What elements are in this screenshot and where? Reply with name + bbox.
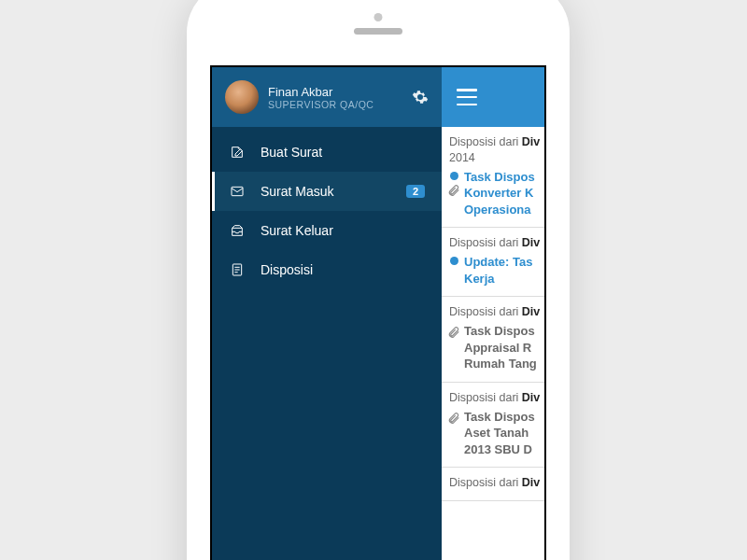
item-title: Task Dispos Appraisal R Rumah Tang [464, 323, 537, 372]
phone-camera [374, 13, 383, 21]
attachment-icon [447, 184, 460, 197]
item-title: Update: Tas Kerja [464, 254, 532, 287]
compose-icon [229, 144, 246, 161]
hamburger-icon [457, 89, 477, 91]
user-info: Finan Akbar SUPERVISOR QA/QC [268, 85, 402, 110]
menu-button[interactable] [457, 89, 477, 105]
document-icon [229, 261, 246, 278]
message-list[interactable]: Disposisi dari Div 2014 Task Dispos Konv… [442, 127, 546, 560]
svg-rect-0 [232, 187, 243, 195]
drawer-header: Finan Akbar SUPERVISOR QA/QC [212, 67, 442, 127]
item-marker [449, 169, 458, 197]
unread-dot-icon [450, 172, 458, 180]
item-date: 2014 [449, 150, 540, 166]
avatar[interactable] [225, 80, 259, 114]
attachment-icon [447, 412, 460, 425]
phone-speaker [354, 28, 402, 35]
drawer-menu: Buat Surat Surat Masuk 2 Surat Keluar [212, 127, 442, 289]
list-item[interactable]: Disposisi dari Div 2014 Task Dispos Konv… [442, 127, 546, 228]
list-item[interactable]: Disposisi dari Div Task Dispos Aset Tana… [442, 383, 546, 469]
topbar [442, 67, 546, 127]
attachment-icon [447, 326, 460, 339]
user-role: SUPERVISOR QA/QC [268, 99, 402, 110]
menu-label: Surat Masuk [261, 184, 391, 199]
item-title: Task Dispos Aset Tanah 2013 SBU D [464, 409, 535, 458]
menu-item-disposisi[interactable]: Disposisi [212, 250, 442, 289]
gear-icon [412, 89, 429, 105]
item-from: Disposisi dari Div [449, 390, 540, 406]
item-from: Disposisi dari Div [449, 304, 540, 320]
menu-label: Surat Keluar [261, 223, 425, 238]
item-from: Disposisi dari Div [449, 134, 540, 150]
user-name: Finan Akbar [268, 85, 402, 99]
menu-label: Buat Surat [261, 145, 425, 160]
menu-item-surat-masuk[interactable]: Surat Masuk 2 [212, 172, 442, 211]
navigation-drawer: Finan Akbar SUPERVISOR QA/QC Buat Surat [212, 67, 442, 560]
list-item[interactable]: Disposisi dari Div Update: Tas Kerja [442, 228, 546, 297]
item-marker [449, 254, 458, 265]
item-from: Disposisi dari Div [449, 475, 540, 491]
outbox-icon [229, 222, 246, 239]
main-panel: Disposisi dari Div 2014 Task Dispos Konv… [442, 67, 546, 560]
item-title: Task Dispos Konverter K Operasiona [464, 169, 535, 218]
item-marker [449, 409, 458, 425]
menu-item-buat-surat[interactable]: Buat Surat [212, 133, 442, 172]
item-from: Disposisi dari Div [449, 235, 540, 251]
settings-button[interactable] [412, 89, 429, 105]
list-item[interactable]: Disposisi dari Div [442, 468, 546, 501]
app-screen: Finan Akbar SUPERVISOR QA/QC Buat Surat [210, 65, 546, 560]
list-item[interactable]: Disposisi dari Div Task Dispos Appraisal… [442, 297, 546, 383]
menu-label: Disposisi [261, 262, 425, 277]
inbox-icon [229, 183, 246, 200]
menu-item-surat-keluar[interactable]: Surat Keluar [212, 211, 442, 250]
item-marker [449, 323, 458, 339]
phone-frame: Finan Akbar SUPERVISOR QA/QC Buat Surat [187, 0, 570, 560]
unread-badge: 2 [406, 185, 425, 198]
unread-dot-icon [450, 257, 458, 265]
